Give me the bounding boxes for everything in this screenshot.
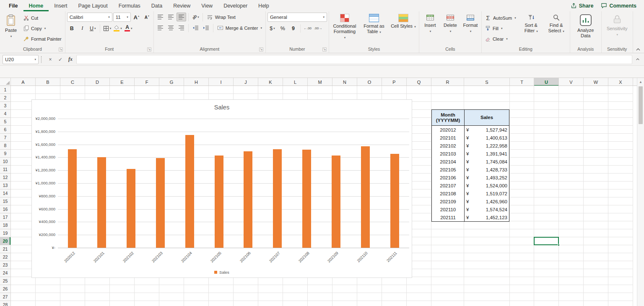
table-cell-month[interactable]: 202103 xyxy=(432,150,464,158)
cell-V25[interactable] xyxy=(559,277,584,285)
tab-insert[interactable]: Insert xyxy=(49,0,73,11)
cell-S19[interactable] xyxy=(464,229,510,237)
cell-R24[interactable] xyxy=(431,269,464,277)
cell-V8[interactable] xyxy=(559,142,584,150)
cell-O25[interactable] xyxy=(357,277,382,285)
cell-L1[interactable] xyxy=(283,86,308,94)
cell-R26[interactable] xyxy=(431,285,464,293)
cell-T18[interactable] xyxy=(510,221,534,229)
cell-U11[interactable] xyxy=(534,166,559,174)
cell-W7[interactable] xyxy=(584,134,608,142)
cell-E26[interactable] xyxy=(110,285,135,293)
cell-U23[interactable] xyxy=(534,261,559,269)
cell-T1[interactable] xyxy=(510,86,534,94)
cell-U18[interactable] xyxy=(534,221,559,229)
fill-button[interactable]: Fill▾ xyxy=(483,24,518,33)
cell-U17[interactable] xyxy=(534,213,559,221)
cell-Q27[interactable] xyxy=(407,293,431,301)
cell-T27[interactable] xyxy=(510,293,534,301)
cell-X16[interactable] xyxy=(608,205,633,213)
column-header-E[interactable]: E xyxy=(110,78,135,86)
cell-X27[interactable] xyxy=(608,293,633,301)
cell-X3[interactable] xyxy=(608,102,633,110)
tab-data[interactable]: Data xyxy=(146,0,168,11)
name-box[interactable]: U20▾ xyxy=(3,55,39,64)
table-cell-sales[interactable]: ¥1,400,613 xyxy=(464,134,509,142)
cell-U21[interactable] xyxy=(534,245,559,253)
cell-W6[interactable] xyxy=(584,126,608,134)
cell-M25[interactable] xyxy=(308,277,332,285)
chart-bar-202101[interactable] xyxy=(97,157,106,248)
cell-C28[interactable] xyxy=(60,301,85,306)
cell-I1[interactable] xyxy=(209,86,234,94)
cell-G25[interactable] xyxy=(159,277,184,285)
cell-R22[interactable] xyxy=(431,253,464,261)
conditional-formatting-button[interactable]: Conditional Formatting ▾ xyxy=(331,13,358,41)
cell-A1[interactable] xyxy=(11,86,36,94)
table-cell-sales[interactable]: ¥1,527,942 xyxy=(464,126,509,134)
row-header-28[interactable]: 28 xyxy=(0,301,10,306)
cell-T19[interactable] xyxy=(510,229,534,237)
row-header-25[interactable]: 25 xyxy=(0,277,10,285)
cell-U26[interactable] xyxy=(534,285,559,293)
decrease-indent-button[interactable] xyxy=(191,23,200,32)
cell-J27[interactable] xyxy=(234,293,258,301)
cell-X23[interactable] xyxy=(608,261,633,269)
table-cell-month[interactable]: 202102 xyxy=(432,142,464,150)
row-header-23[interactable]: 23 xyxy=(0,261,10,269)
cell-U5[interactable] xyxy=(534,118,559,126)
cell-U4[interactable] xyxy=(534,110,559,118)
tab-home[interactable]: Home xyxy=(23,0,49,11)
cell-A26[interactable] xyxy=(11,285,36,293)
chart-bar-202105[interactable] xyxy=(215,156,223,248)
cell-W28[interactable] xyxy=(584,301,608,306)
cell-V10[interactable] xyxy=(559,158,584,166)
cell-T28[interactable] xyxy=(510,301,534,306)
cell-X9[interactable] xyxy=(608,150,633,158)
cell-T9[interactable] xyxy=(510,150,534,158)
cell-S1[interactable] xyxy=(464,86,510,94)
cell-V16[interactable] xyxy=(559,205,584,213)
row-header-19[interactable]: 19 xyxy=(0,229,10,237)
cell-R19[interactable] xyxy=(431,229,464,237)
insert-function-button[interactable]: fx xyxy=(66,55,75,64)
cell-D1[interactable] xyxy=(85,86,110,94)
cell-T15[interactable] xyxy=(510,197,534,205)
fill-handle[interactable] xyxy=(558,244,560,246)
cell-E27[interactable] xyxy=(110,293,135,301)
cell-Q25[interactable] xyxy=(407,277,431,285)
cell-W16[interactable] xyxy=(584,205,608,213)
cell-T17[interactable] xyxy=(510,213,534,221)
cell-V17[interactable] xyxy=(559,213,584,221)
cell-S20[interactable] xyxy=(464,237,510,245)
cell-W5[interactable] xyxy=(584,118,608,126)
cell-W18[interactable] xyxy=(584,221,608,229)
analyze-data-button[interactable]: Analyze Data xyxy=(572,13,600,39)
font-name-select[interactable]: Calibri▾ xyxy=(67,13,112,22)
cell-W12[interactable] xyxy=(584,174,608,182)
cell-W22[interactable] xyxy=(584,253,608,261)
cell-U13[interactable] xyxy=(534,182,559,189)
chart-bar-202012[interactable] xyxy=(68,149,77,248)
cell-R23[interactable] xyxy=(431,261,464,269)
cell-U16[interactable] xyxy=(534,205,559,213)
cell-C1[interactable] xyxy=(60,86,85,94)
cell-S22[interactable] xyxy=(464,253,510,261)
cell-X13[interactable] xyxy=(608,182,633,189)
cell-U10[interactable] xyxy=(534,158,559,166)
cell-R27[interactable] xyxy=(431,293,464,301)
table-cell-sales[interactable]: ¥1,524,000 xyxy=(464,182,509,189)
cell-W19[interactable] xyxy=(584,229,608,237)
cell-I27[interactable] xyxy=(209,293,234,301)
cell-T8[interactable] xyxy=(510,142,534,150)
cell-E25[interactable] xyxy=(110,277,135,285)
cell-V4[interactable] xyxy=(559,110,584,118)
table-cell-sales[interactable]: ¥1,574,524 xyxy=(464,205,509,213)
cell-G27[interactable] xyxy=(159,293,184,301)
cell-N26[interactable] xyxy=(332,285,357,293)
cell-T2[interactable] xyxy=(510,94,534,102)
cell-I25[interactable] xyxy=(209,277,234,285)
cell-U3[interactable] xyxy=(534,102,559,110)
chart[interactable]: Sales Sales ¥-¥200,000¥400,000¥600,000¥8… xyxy=(31,99,412,278)
select-all-corner[interactable] xyxy=(0,78,11,86)
